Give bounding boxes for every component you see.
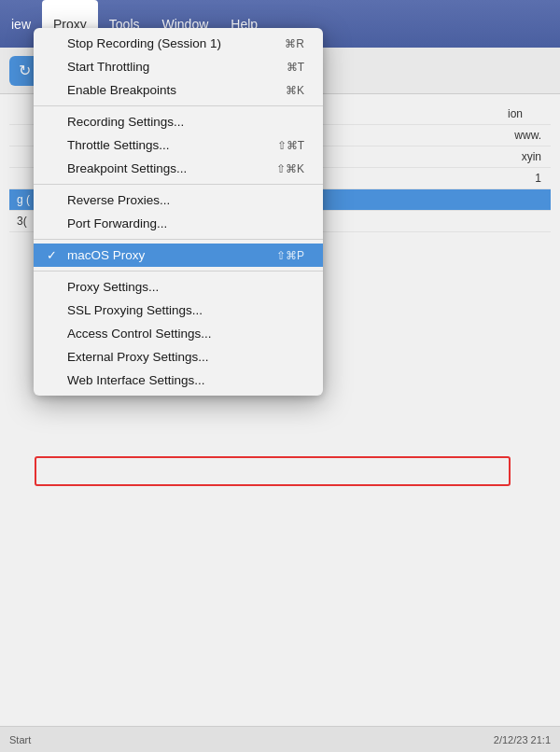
shortcut-throttle-settings: ⇧⌘T: [277, 139, 304, 152]
status-left: Start: [9, 734, 31, 745]
menu-item-macos-proxy[interactable]: ✓ macOS Proxy ⇧⌘P: [34, 244, 323, 267]
shortcut-stop-recording: ⌘R: [285, 37, 304, 50]
menu-item-reverse-proxies[interactable]: Reverse Proxies...: [34, 188, 323, 212]
divider-2: [34, 184, 323, 185]
menu-item-external-proxy-settings[interactable]: External Proxy Settings...: [34, 345, 323, 369]
menu-item-throttle-settings[interactable]: Throttle Settings... ⇧⌘T: [34, 133, 323, 157]
shortcut-start-throttling: ⌘T: [287, 61, 304, 74]
status-bar: Start 2/12/23 21:1: [0, 726, 560, 752]
menu-item-port-forwarding[interactable]: Port Forwarding...: [34, 212, 323, 235]
shortcut-enable-breakpoints: ⌘K: [286, 84, 304, 97]
check-icon: ✓: [47, 248, 57, 262]
menu-item-proxy-settings[interactable]: Proxy Settings...: [34, 275, 323, 299]
proxy-dropdown-menu[interactable]: Stop Recording (Session 1) ⌘R Start Thro…: [34, 28, 323, 396]
menu-item-recording-settings[interactable]: Recording Settings...: [34, 110, 323, 133]
menu-item-ssl-proxying-settings[interactable]: SSL Proxying Settings...: [34, 299, 323, 322]
menu-item-web-interface-settings[interactable]: Web Interface Settings...: [34, 369, 323, 392]
menu-item-breakpoint-settings[interactable]: Breakpoint Settings... ⇧⌘K: [34, 157, 323, 180]
menu-item-start-throttling[interactable]: Start Throttling ⌘T: [34, 55, 323, 78]
divider-1: [34, 105, 323, 106]
status-right: 2/12/23 21:1: [494, 734, 551, 745]
divider-4: [34, 271, 323, 272]
divider-3: [34, 239, 323, 240]
shortcut-breakpoint-settings: ⇧⌘K: [276, 162, 304, 175]
menu-item-stop-recording[interactable]: Stop Recording (Session 1) ⌘R: [34, 32, 323, 55]
menu-item-enable-breakpoints[interactable]: Enable Breakpoints ⌘K: [34, 78, 323, 102]
shortcut-macos-proxy: ⇧⌘P: [276, 249, 304, 262]
menu-item-access-control-settings[interactable]: Access Control Settings...: [34, 322, 323, 345]
